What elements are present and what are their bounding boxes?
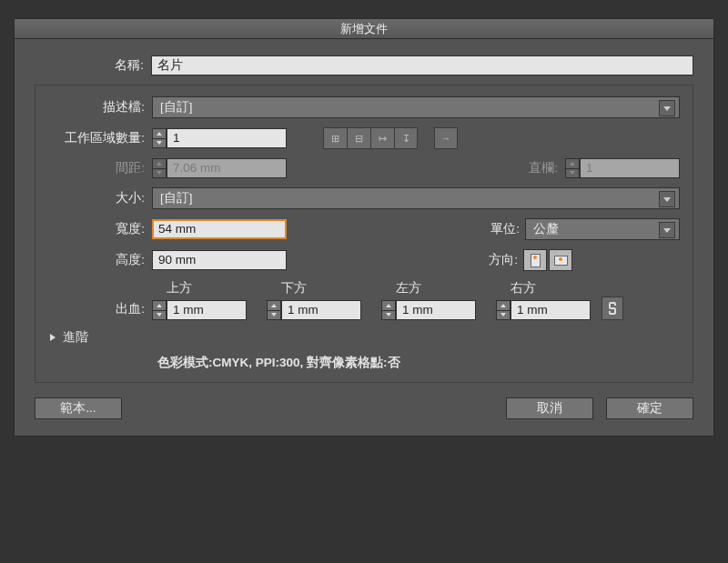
width-label: 寬度: <box>48 221 152 237</box>
grid-by-row-icon[interactable]: ⊞ <box>323 127 347 149</box>
name-label: 名稱: <box>35 57 151 74</box>
height-label: 高度: <box>48 252 152 268</box>
bleed-bottom-input[interactable]: 1 mm <box>281 300 361 320</box>
cancel-button[interactable]: 取消 <box>506 397 593 419</box>
columns-label: 直欄: <box>529 160 565 176</box>
spacing-input: 7.06 mm <box>167 158 287 178</box>
artboard-arrangement-group: ⊞ ⊟ ↦ ↧ <box>323 127 418 149</box>
window-title: 新增文件 <box>340 21 388 37</box>
orientation-label: 方向: <box>489 252 523 268</box>
artboards-input[interactable]: 1 <box>167 128 287 148</box>
bleed-bottom-header: 下方 <box>267 280 361 297</box>
width-input[interactable]: 54 mm <box>152 219 287 239</box>
chevron-down-icon <box>659 100 675 116</box>
spacing-stepper <box>152 158 167 178</box>
spacing-label: 間距: <box>48 160 152 176</box>
bleed-left-input[interactable]: 1 mm <box>396 300 476 320</box>
bleed-right-input[interactable]: 1 mm <box>511 300 591 320</box>
artboards-stepper[interactable] <box>152 128 167 148</box>
height-input[interactable]: 90 mm <box>152 250 287 270</box>
mode-summary: 色彩模式:CMYK, PPI:300, 對齊像素格點:否 <box>48 355 680 371</box>
arrange-col-icon[interactable]: ↧ <box>394 127 418 149</box>
size-dropdown[interactable]: [自訂] <box>152 187 680 209</box>
bleed-left-header: 左方 <box>381 280 476 297</box>
units-label: 單位: <box>490 221 525 237</box>
templates-button[interactable]: 範本... <box>35 397 122 419</box>
ok-button[interactable]: 確定 <box>606 397 693 419</box>
link-bleed-icon[interactable] <box>602 297 623 320</box>
advanced-disclosure[interactable]: 進階 <box>50 329 680 346</box>
columns-input: 1 <box>580 158 680 178</box>
profile-dropdown[interactable]: [自訂] <box>152 96 680 118</box>
orientation-landscape-button[interactable] <box>549 249 572 271</box>
bleed-right-stepper[interactable] <box>496 300 511 320</box>
main-panel: 描述檔: [自訂] 工作區域數量: 1 ⊞ ⊟ ↦ ↧ → <box>35 85 693 383</box>
bleed-bottom-stepper[interactable] <box>267 300 281 320</box>
bleed-label: 出血: <box>48 301 152 320</box>
name-input[interactable]: 名片 <box>151 55 693 75</box>
new-document-dialog: 新增文件 名稱: 名片 描述檔: [自訂] 工作區域數量: 1 ⊞ <box>14 18 714 437</box>
units-dropdown[interactable]: 公釐 <box>525 218 680 240</box>
artboards-label: 工作區域數量: <box>48 130 152 146</box>
orientation-portrait-button[interactable] <box>523 249 547 271</box>
columns-stepper <box>565 158 580 178</box>
bleed-top-stepper[interactable] <box>152 300 167 320</box>
size-label: 大小: <box>48 190 152 206</box>
titlebar[interactable]: 新增文件 <box>14 18 714 38</box>
profile-label: 描述檔: <box>48 99 152 116</box>
bleed-right-header: 右方 <box>496 280 591 297</box>
chevron-down-icon <box>659 191 675 207</box>
arrange-row-icon[interactable]: ↦ <box>370 127 394 149</box>
chevron-down-icon <box>659 222 675 238</box>
bleed-top-header: 上方 <box>152 280 247 297</box>
bleed-top-input[interactable]: 1 mm <box>167 300 247 320</box>
bleed-left-stepper[interactable] <box>381 300 396 320</box>
grid-by-col-icon[interactable]: ⊟ <box>347 127 370 149</box>
rtl-toggle-icon[interactable]: → <box>434 127 458 149</box>
